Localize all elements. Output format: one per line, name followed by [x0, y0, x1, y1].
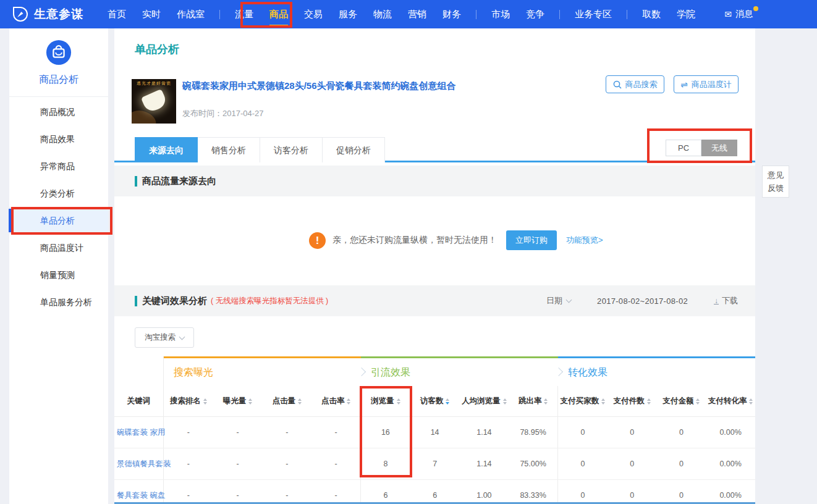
nav-item-流量[interactable]: 流量 [227, 0, 261, 28]
date-dropdown[interactable]: 日期 [546, 295, 571, 306]
pc-wireless-toggle: PC无线 [666, 140, 737, 156]
feedback-line2: 反馈 [763, 182, 789, 195]
sidebar-item-商品概况[interactable]: 商品概况 [9, 98, 108, 125]
group-header-转化效果: 转化效果 [558, 356, 755, 386]
sidebar-item-分类分析[interactable]: 分类分析 [9, 180, 108, 207]
toggle-option-PC[interactable]: PC [666, 140, 701, 156]
brand-logo[interactable]: 生意参谋 [12, 6, 83, 22]
nav-item-业务专区[interactable]: 业务专区 [567, 0, 620, 28]
sort-icon[interactable] [503, 398, 507, 405]
keyword-link[interactable]: 碗碟套装 家用 [114, 417, 164, 448]
tab-促销分析[interactable]: 促销分析 [323, 137, 385, 162]
cell-value: 0 [558, 480, 607, 504]
cell-value: - [164, 480, 213, 504]
nav-item-市场[interactable]: 市场 [483, 0, 518, 28]
column-header-跳出率[interactable]: 跳出率 [509, 386, 558, 416]
nav-item-营销[interactable]: 营销 [400, 0, 434, 28]
nav-item-服务[interactable]: 服务 [331, 0, 365, 28]
column-header-label: 访客数 [420, 396, 444, 406]
product-publish-time: 发布时间：2017-04-27 [182, 108, 264, 119]
sidebar-title[interactable]: 商品分析 [9, 74, 108, 86]
nav-item-财务[interactable]: 财务 [434, 0, 469, 28]
cell-value: 0 [558, 448, 607, 479]
sidebar-item-单品分析[interactable]: 单品分析 [9, 207, 108, 234]
sort-icon[interactable] [696, 398, 700, 405]
nav-item-物流[interactable]: 物流 [365, 0, 400, 28]
column-header-label: 浏览量 [371, 396, 394, 406]
date-range-value[interactable]: 2017-08-02~2017-08-02 [597, 296, 688, 306]
sidebar-item-单品服务分析[interactable]: 单品服务分析 [9, 288, 108, 316]
column-header-浏览量[interactable]: 浏览量 [361, 386, 410, 416]
column-header-支付金额[interactable]: 支付金额 [657, 386, 706, 416]
download-icon: ↓ [714, 298, 719, 304]
product-thermometer-button[interactable]: ⇌ 商品温度计 [674, 75, 739, 93]
sort-icon[interactable] [601, 398, 605, 405]
product-image[interactable]: 透光才是好骨瓷 [132, 79, 176, 124]
nav-item-取数[interactable]: 取数 [634, 0, 669, 28]
sort-icon[interactable] [544, 398, 548, 405]
column-header-人均浏览量[interactable]: 人均浏览量 [460, 386, 509, 416]
keyword-section-bar: 关键词效果分析 ( 无线端搜索曝光指标暂无法提供 ) 日期 2017-08-02… [114, 285, 755, 316]
cell-value: 1.00 [460, 480, 509, 504]
cell-value: 0 [607, 480, 657, 504]
order-now-button[interactable]: 立即订购 [506, 230, 557, 250]
cell-value: 0 [657, 480, 706, 504]
sort-icon[interactable] [446, 398, 449, 405]
download-button[interactable]: ↓ 下载 [714, 295, 738, 306]
nav-item-商品[interactable]: 商品 [261, 0, 296, 28]
column-header-支付买家数[interactable]: 支付买家数 [558, 386, 607, 416]
cell-value: - [311, 448, 361, 479]
cell-value: 0.00% [706, 417, 755, 448]
sort-icon[interactable] [347, 398, 350, 405]
nav-item-作战室[interactable]: 作战室 [169, 0, 213, 28]
top-nav: 生意参谋 首页实时作战室流量商品交易服务物流营销财务市场竞争业务专区取数学院 ✉… [0, 0, 817, 28]
group-header-搜索曝光: 搜索曝光 [164, 356, 361, 386]
channel-filter-dropdown[interactable]: 淘宝搜索 [135, 327, 194, 348]
column-header-曝光量[interactable]: 曝光量 [213, 386, 263, 416]
cell-value: - [213, 417, 263, 448]
cell-value: 0 [657, 417, 706, 448]
sort-icon[interactable] [298, 398, 302, 405]
sidebar-item-异常商品[interactable]: 异常商品 [9, 153, 108, 180]
column-header-搜索排名[interactable]: 搜索排名 [164, 386, 213, 416]
cell-value: - [311, 480, 361, 504]
tab-销售分析[interactable]: 销售分析 [198, 137, 260, 162]
product-analysis-icon[interactable] [46, 40, 72, 65]
messages-button[interactable]: ✉ 消息 [724, 9, 753, 20]
feedback-button[interactable]: 意见 反馈 [762, 166, 789, 198]
column-header-支付件数[interactable]: 支付件数 [607, 386, 657, 416]
nav-item-首页[interactable]: 首页 [99, 0, 134, 28]
sort-icon[interactable] [203, 398, 207, 405]
keyword-link[interactable]: 景德镇餐具套装 [114, 448, 164, 479]
sidebar-item-商品温度计[interactable]: 商品温度计 [9, 234, 108, 261]
tab-来源去向[interactable]: 来源去向 [135, 137, 198, 162]
product-search-button[interactable]: 商品搜索 [606, 75, 664, 93]
nav-item-竞争[interactable]: 竞争 [518, 0, 552, 28]
toggle-option-无线[interactable]: 无线 [701, 140, 737, 156]
sort-icon[interactable] [749, 398, 753, 405]
column-header-访客数[interactable]: 访客数 [410, 386, 460, 416]
column-header-点击量[interactable]: 点击量 [263, 386, 312, 416]
column-header-点击率[interactable]: 点击率 [311, 386, 361, 416]
sort-icon[interactable] [248, 398, 252, 405]
nav-item-学院[interactable]: 学院 [669, 0, 703, 28]
feature-preview-link[interactable]: 功能预览> [566, 235, 603, 246]
nav-divider [476, 10, 476, 19]
sidebar-header: 商品分析 [9, 28, 108, 97]
cell-value: 14 [410, 417, 460, 448]
sidebar-item-销量预测[interactable]: 销量预测 [9, 261, 108, 288]
keyword-section-note: ( 无线端搜索曝光指标暂无法提供 ) [211, 296, 328, 306]
keyword-link[interactable]: 餐具套装 碗盘 [114, 480, 164, 504]
sidebar-item-商品效果[interactable]: 商品效果 [9, 125, 108, 153]
nav-item-交易[interactable]: 交易 [296, 0, 331, 28]
group-header-引流效果: 引流效果 [361, 356, 558, 386]
nav-item-实时[interactable]: 实时 [134, 0, 169, 28]
nav-divider [627, 10, 627, 19]
sort-icon[interactable] [397, 398, 400, 405]
tab-访客分析[interactable]: 访客分析 [260, 137, 323, 162]
analysis-tabs: 来源去向销售分析访客分析促销分析 [135, 137, 385, 162]
column-header-支付转化率[interactable]: 支付转化率 [706, 386, 755, 416]
product-title-link[interactable]: 碗碟套装家用中式景德镇28头/56头骨瓷餐具套装简约碗盘创意组合 [182, 80, 590, 92]
column-header-label: 跳出率 [519, 396, 542, 406]
sort-icon[interactable] [647, 398, 651, 405]
